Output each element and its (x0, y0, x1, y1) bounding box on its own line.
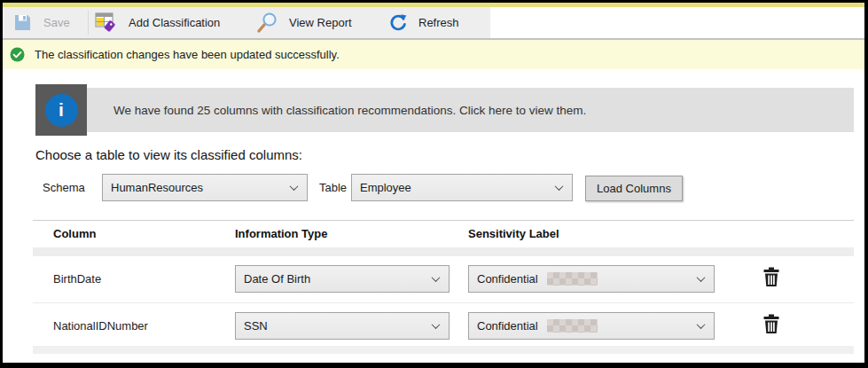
column-header-sensitivity-label: Sensitivity Label (468, 221, 559, 247)
row-separator (33, 302, 854, 303)
grid-bottom-strip (33, 346, 854, 354)
trash-icon (762, 267, 782, 287)
info-icon-tile: i (35, 84, 87, 136)
view-report-button[interactable]: View Report (256, 7, 352, 38)
green-check-icon (10, 47, 25, 62)
row-column-name: BirthDate (53, 272, 101, 286)
window-border (864, 0, 868, 368)
toolbar: Save Add Classification (3, 7, 490, 38)
chevron-down-icon (697, 273, 706, 282)
redacted-text-block (547, 319, 598, 333)
chevron-down-icon (290, 182, 299, 191)
data-classification-window: Save Add Classification (0, 0, 868, 368)
delete-row-button-row2[interactable] (762, 313, 782, 334)
information-type-dropdown-row2[interactable]: SSN (235, 312, 450, 340)
chevron-down-icon (432, 273, 441, 282)
table-dropdown[interactable]: Employee (351, 174, 573, 201)
status-bar: The classification changes have been upd… (3, 40, 864, 69)
table-with-tag-icon (95, 12, 118, 33)
window-top-strip (3, 3, 864, 7)
save-button[interactable]: Save (13, 7, 70, 38)
schema-label: Schema (43, 181, 85, 194)
table-dropdown-value: Employee (360, 181, 411, 194)
grid-top-border (33, 220, 854, 221)
sensitivity-label-dropdown-row1[interactable]: Confidential (468, 265, 715, 293)
schema-dropdown[interactable]: HumanResources (102, 174, 308, 201)
sensitivity-label-dropdown-row2[interactable]: Confidential (468, 312, 715, 340)
floppy-disk-icon (13, 13, 32, 32)
window-border (0, 0, 868, 3)
save-button-label: Save (43, 16, 70, 29)
window-border (0, 363, 868, 368)
chevron-down-icon (555, 182, 564, 191)
magnifier-icon (256, 12, 278, 34)
delete-row-button-row1[interactable] (762, 266, 782, 287)
information-type-dropdown-row1[interactable]: Date Of Birth (235, 265, 450, 293)
table-label: Table (319, 181, 347, 194)
view-report-label: View Report (289, 16, 352, 29)
sensitivity-label-value: Confidential (477, 319, 538, 333)
add-classification-button[interactable]: Add Classification (95, 7, 220, 38)
recommendations-message: We have found 25 columns with classifica… (113, 104, 586, 117)
recommendations-banner[interactable]: We have found 25 columns with classifica… (87, 88, 854, 132)
information-type-value: SSN (244, 319, 268, 333)
add-classification-label: Add Classification (129, 16, 220, 29)
column-header-column: Column (53, 221, 96, 247)
grid-header-strip (33, 247, 854, 256)
redacted-text-block (547, 272, 598, 286)
info-circle-icon: i (45, 94, 78, 127)
refresh-label: Refresh (418, 16, 459, 29)
row-column-name: NationalIDNumber (53, 319, 148, 333)
refresh-button[interactable]: Refresh (389, 7, 459, 38)
circular-arrow-icon (389, 13, 407, 32)
chevron-down-icon (432, 320, 441, 329)
window-border (0, 0, 3, 368)
schema-dropdown-value: HumanResources (111, 181, 203, 194)
load-columns-button[interactable]: Load Columns (585, 176, 683, 201)
sensitivity-label-value: Confidential (477, 272, 538, 286)
status-message: The classification changes have been upd… (35, 48, 340, 61)
column-header-information-type: Information Type (235, 221, 327, 247)
chooser-heading: Choose a table to view its classified co… (35, 147, 302, 162)
chevron-down-icon (697, 320, 706, 329)
information-type-value: Date Of Birth (244, 272, 310, 286)
toolbar-separator (88, 11, 89, 35)
trash-icon (762, 314, 782, 334)
